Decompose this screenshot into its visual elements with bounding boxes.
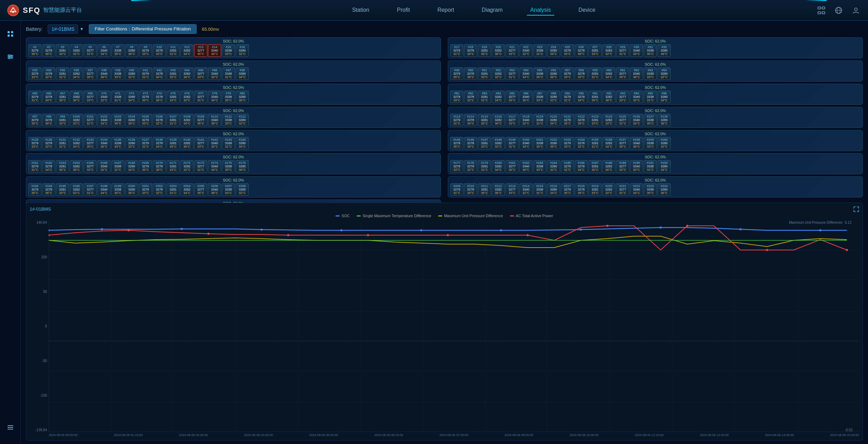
battery-cell-5[interactable]: #5 3277 31°C	[84, 44, 97, 57]
sidebar-settings-icon[interactable]	[4, 50, 17, 63]
battery-cell-6[interactable]: #6 3340 34°C	[97, 44, 111, 57]
battery-cell-50[interactable]: #50 3278 36°C	[464, 67, 477, 80]
battery-cell-77[interactable]: #77 3277 31°C	[194, 91, 207, 103]
battery-cell-96[interactable]: #96 3280 34°C	[658, 91, 671, 103]
battery-cell-215[interactable]: #215 3338 31°C	[533, 183, 546, 196]
battery-cell-172[interactable]: #172 3282 32°C	[180, 160, 194, 173]
battery-cell-14[interactable]: #14 3340 36°C	[208, 44, 221, 57]
battery-cell-57[interactable]: #57 3279 33°C	[561, 67, 574, 80]
battery-cell-95[interactable]: #95 3338 31°C	[644, 91, 657, 103]
battery-cell-98[interactable]: #98 3278 36°C	[42, 114, 55, 126]
user-icon[interactable]	[851, 5, 861, 16]
battery-cell-163[interactable]: #163 3281 35°C	[56, 160, 69, 173]
battery-cell-61[interactable]: #61 3277 35°C	[616, 67, 629, 80]
battery-cell-216[interactable]: #216 3280 34°C	[547, 183, 560, 196]
battery-cell-75[interactable]: #75 3281 33°C	[167, 91, 180, 103]
battery-cell-114[interactable]: #114 3278 34°C	[464, 114, 477, 126]
battery-cell-7[interactable]: #7 3338 35°C	[111, 44, 124, 57]
battery-cell-16[interactable]: #16 3280 32°C	[236, 44, 249, 57]
battery-cell-117[interactable]: #117 3277 33°C	[506, 114, 519, 126]
battery-cell-87[interactable]: #87 3338 33°C	[533, 91, 546, 103]
battery-cell-193[interactable]: #193 3279 35°C	[28, 183, 41, 196]
battery-cell-124[interactable]: #124 3282 32°C	[602, 114, 615, 126]
battery-cell-151[interactable]: #151 3338 35°C	[533, 137, 546, 149]
nav-profit[interactable]: Profit	[394, 5, 413, 16]
battery-cell-2[interactable]: #2 3278 36°C	[42, 44, 55, 57]
battery-cell-92[interactable]: #92 3282 36°C	[602, 91, 615, 103]
battery-cell-47[interactable]: #47 3338 31°C	[222, 67, 235, 80]
battery-cell-220[interactable]: #220 3282 32°C	[602, 183, 615, 196]
battery-cell-202[interactable]: #202 3278 32°C	[153, 183, 166, 196]
battery-cell-182[interactable]: #182 3340 36°C	[519, 160, 532, 173]
battery-cell-68[interactable]: #68 3282 36°C	[70, 91, 83, 103]
battery-cell-121[interactable]: #121 3279 35°C	[561, 114, 574, 126]
battery-cell-58[interactable]: #58 3278 32°C	[575, 67, 588, 80]
battery-cell-134[interactable]: #134 3340 36°C	[97, 137, 111, 149]
battery-cell-36[interactable]: #36 3282 34°C	[70, 67, 83, 80]
battery-cell-197[interactable]: #197 3277 31°C	[84, 183, 97, 196]
battery-cell-178[interactable]: #178 3278 32°C	[464, 160, 477, 173]
battery-cell-194[interactable]: #194 3278 36°C	[42, 183, 55, 196]
battery-cell-116[interactable]: #116 3282 36°C	[492, 114, 505, 126]
battery-cell-165[interactable]: #165 3277 33°C	[84, 160, 97, 173]
battery-cell-20[interactable]: #20 3282 36°C	[492, 44, 505, 57]
battery-cell-46[interactable]: #46 3340 32°C	[208, 67, 221, 80]
battery-cell-128[interactable]: #128 3280 36°C	[658, 114, 671, 126]
battery-cell-100[interactable]: #100 3282 32°C	[70, 114, 83, 126]
battery-cell-176[interactable]: #176 3280 36°C	[236, 160, 249, 173]
battery-cell-82[interactable]: #82 3278 32°C	[464, 91, 477, 103]
battery-cell-140[interactable]: #140 3282 36°C	[180, 137, 194, 149]
battery-cell-67[interactable]: #67 3281 35°C	[56, 91, 69, 103]
battery-cell-70[interactable]: #70 3340 32°C	[97, 91, 111, 103]
battery-cell-111[interactable]: #111 3338 33°C	[222, 114, 235, 126]
battery-cell-29[interactable]: #29 3277 31°C	[616, 44, 629, 57]
battery-cell-160[interactable]: #160 3280 32°C	[658, 137, 671, 149]
battery-cell-62[interactable]: #62 3340 36°C	[630, 67, 643, 80]
battery-cell-204[interactable]: #204 3282 34°C	[180, 183, 194, 196]
battery-select[interactable]: 1#-01BMS	[48, 25, 78, 34]
battery-cell-49[interactable]: #49 3279 35°C	[450, 67, 463, 80]
battery-cell-56[interactable]: #56 3280 36°C	[547, 67, 560, 80]
battery-cell-221[interactable]: #221 3277 31°C	[616, 183, 629, 196]
battery-cell-162[interactable]: #162 3278 34°C	[42, 160, 55, 173]
battery-cell-210[interactable]: #210 3278 34°C	[464, 183, 477, 196]
battery-cell-23[interactable]: #23 3338 31°C	[533, 44, 546, 57]
nav-diagram[interactable]: Diagram	[478, 5, 506, 16]
battery-cell-26[interactable]: #26 3278 36°C	[575, 44, 588, 57]
battery-cell-132[interactable]: #132 3282 34°C	[70, 137, 83, 149]
battery-cell-60[interactable]: #60 3282 34°C	[602, 67, 615, 80]
battery-cell-131[interactable]: #131 3281 31°C	[56, 137, 69, 149]
battery-cell-125[interactable]: #125 3277 31°C	[616, 114, 629, 126]
battery-cell-118[interactable]: #118 3340 32°C	[519, 114, 532, 126]
battery-cell-159[interactable]: #159 3338 33°C	[644, 137, 657, 149]
battery-cell-43[interactable]: #43 3281 35°C	[167, 67, 180, 80]
battery-cell-183[interactable]: #183 3338 33°C	[533, 160, 546, 173]
battery-cell-166[interactable]: #166 3340 32°C	[97, 160, 111, 173]
battery-cell-110[interactable]: #110 3340 36°C	[208, 114, 221, 126]
battery-cell-71[interactable]: #71 3338 31°C	[111, 91, 124, 103]
battery-cell-185[interactable]: #185 3279 31°C	[561, 160, 574, 173]
battery-cell-27[interactable]: #27 3281 33°C	[588, 44, 602, 57]
battery-cell-167[interactable]: #167 3338 31°C	[111, 160, 124, 173]
battery-cell-138[interactable]: #138 3278 34°C	[153, 137, 166, 149]
battery-cell-12[interactable]: #12 3282 34°C	[180, 44, 194, 57]
battery-cell-78[interactable]: #78 3340 34°C	[208, 91, 221, 103]
battery-cell-11[interactable]: #11 3281 31°C	[167, 44, 180, 57]
battery-cell-18[interactable]: #18 3278 34°C	[464, 44, 477, 57]
battery-cell-24[interactable]: #24 3280 34°C	[547, 44, 560, 57]
battery-cell-153[interactable]: #153 3279 33°C	[561, 137, 574, 149]
battery-cell-144[interactable]: #144 3280 34°C	[236, 137, 249, 149]
battery-cell-41[interactable]: #41 3279 31°C	[139, 67, 152, 80]
battery-cell-1[interactable]: #1 3279 35°C	[28, 44, 41, 57]
battery-cell-90[interactable]: #90 3278 34°C	[575, 91, 588, 103]
battery-cell-217[interactable]: #217 3279 35°C	[561, 183, 574, 196]
battery-cell-84[interactable]: #84 3282 34°C	[492, 91, 505, 103]
battery-cell-76[interactable]: #76 3282 32°C	[180, 91, 194, 103]
battery-cell-34[interactable]: #34 3278 32°C	[42, 67, 55, 80]
battery-cell-224[interactable]: #224 3280 36°C	[658, 183, 671, 196]
battery-cell-211[interactable]: #211 3281 35°C	[478, 183, 491, 196]
battery-cell-113[interactable]: #113 3279 31°C	[450, 114, 463, 126]
battery-cell-28[interactable]: #28 3282 32°C	[602, 44, 615, 57]
battery-cell-102[interactable]: #102 3340 34°C	[97, 114, 111, 126]
battery-cell-222[interactable]: #222 3340 34°C	[630, 183, 643, 196]
